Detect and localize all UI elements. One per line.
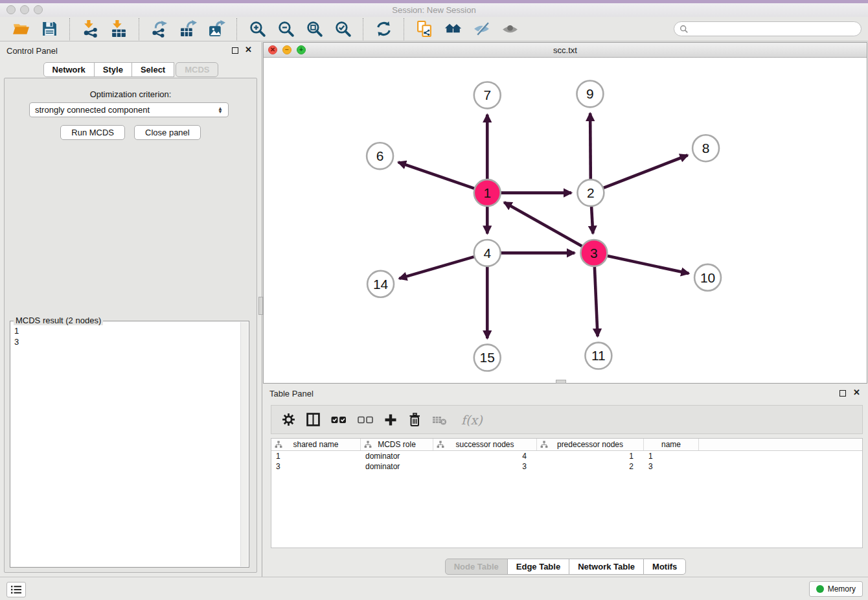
table-settings-gear-icon[interactable] bbox=[282, 413, 295, 426]
graph-node-14[interactable]: 14 bbox=[367, 271, 394, 297]
table-toolbar: f(x) bbox=[271, 405, 863, 434]
column-header-MCDS-role[interactable]: MCDS role bbox=[361, 439, 433, 450]
function-builder-icon-disabled: f(x) bbox=[459, 413, 483, 427]
refresh-icon[interactable] bbox=[374, 19, 393, 39]
graph-node-6[interactable]: 6 bbox=[367, 143, 393, 169]
tab-style[interactable]: Style bbox=[94, 62, 132, 77]
sort-column-icon bbox=[275, 441, 282, 448]
graph-edge-2-3[interactable] bbox=[591, 205, 593, 234]
graph-node-10[interactable]: 10 bbox=[694, 264, 721, 291]
graph-node-7[interactable]: 7 bbox=[474, 82, 501, 108]
network-canvas[interactable]: 1234678910111415 bbox=[264, 58, 867, 383]
graph-node-9[interactable]: 9 bbox=[577, 80, 603, 107]
graph-node-label: 8 bbox=[702, 141, 710, 156]
graph-edge-3-10[interactable] bbox=[605, 255, 689, 273]
import-table-icon[interactable] bbox=[109, 19, 128, 39]
unselect-all-columns-icon[interactable] bbox=[358, 415, 373, 425]
select-stepper-icon: ▲▼ bbox=[218, 107, 223, 113]
show-column-panel-icon[interactable] bbox=[306, 413, 320, 426]
graph-node-1[interactable]: 1 bbox=[474, 179, 501, 206]
export-image-icon[interactable] bbox=[207, 19, 226, 39]
cell-predecessor-nodes: 2 bbox=[537, 461, 644, 472]
delete-table-icon-disabled bbox=[432, 414, 448, 426]
run-mcds-button[interactable]: Run MCDS bbox=[60, 125, 125, 140]
graph-node-label: 2 bbox=[587, 185, 595, 200]
table-row[interactable]: 1dominator411 bbox=[271, 451, 862, 461]
open-file-icon[interactable] bbox=[11, 19, 30, 39]
create-new-column-icon[interactable] bbox=[384, 413, 397, 426]
column-header-predecessor-nodes[interactable]: predecessor nodes bbox=[537, 439, 644, 450]
network-window-title: scc.txt bbox=[264, 43, 867, 58]
select-all-columns-icon[interactable] bbox=[331, 415, 347, 425]
table-panel-tabs: Node Table Edge Table Network Table Moti… bbox=[263, 559, 868, 575]
show-all-icon[interactable] bbox=[500, 19, 520, 39]
tab-node-table[interactable]: Node Table bbox=[445, 559, 508, 575]
zoom-out-icon[interactable] bbox=[276, 19, 295, 39]
export-network-icon[interactable] bbox=[150, 19, 169, 39]
graph-node-11[interactable]: 11 bbox=[585, 343, 611, 369]
graph-edge-4-14[interactable] bbox=[399, 256, 476, 279]
tab-select[interactable]: Select bbox=[131, 62, 174, 77]
result-scrollbar-track[interactable] bbox=[240, 322, 248, 566]
tab-motifs[interactable]: Motifs bbox=[643, 559, 686, 575]
table-row[interactable]: 3dominator323 bbox=[271, 461, 862, 472]
graph-edge-2-9[interactable] bbox=[590, 113, 591, 181]
close-panel-icon[interactable]: ✕ bbox=[853, 388, 860, 397]
tab-edge-table[interactable]: Edge Table bbox=[507, 559, 569, 575]
tab-mcds[interactable]: MCDS bbox=[176, 62, 218, 77]
main-toolbar bbox=[0, 17, 868, 41]
graph-node-label: 15 bbox=[480, 350, 495, 365]
column-header-successor-nodes[interactable]: successor nodes bbox=[433, 439, 537, 450]
graph-edge-3-11[interactable] bbox=[595, 264, 598, 336]
mcds-result-line: 1 bbox=[14, 325, 238, 336]
table-panel: Table Panel ✕ bbox=[263, 385, 868, 577]
zoom-fit-icon[interactable] bbox=[304, 19, 324, 39]
tab-network-table[interactable]: Network Table bbox=[569, 559, 644, 575]
search-field[interactable] bbox=[674, 21, 862, 36]
column-header-shared-name[interactable]: shared name bbox=[271, 439, 361, 450]
close-panel-icon[interactable]: ✕ bbox=[245, 45, 252, 54]
column-header-name[interactable]: name bbox=[644, 439, 699, 450]
graph-node-3[interactable]: 3 bbox=[580, 240, 607, 266]
search-input[interactable] bbox=[692, 25, 856, 34]
network-view-window: ✕ − + scc.txt 1234678910111415 bbox=[263, 42, 867, 384]
task-history-button[interactable] bbox=[6, 582, 26, 597]
graph-node-label: 9 bbox=[586, 86, 594, 101]
graph-node-15[interactable]: 15 bbox=[474, 345, 501, 371]
float-panel-icon[interactable] bbox=[839, 390, 846, 397]
hide-selected-icon[interactable] bbox=[472, 19, 491, 39]
mcds-result-line: 3 bbox=[14, 336, 238, 347]
tab-network[interactable]: Network bbox=[43, 62, 95, 77]
zoom-selected-icon[interactable] bbox=[333, 19, 352, 39]
optimization-criterion-select[interactable]: strongly connected component ▲▼ bbox=[29, 102, 229, 117]
horizontal-splitter-handle[interactable] bbox=[556, 380, 566, 384]
network-window-titlebar[interactable]: ✕ − + scc.txt bbox=[264, 43, 867, 58]
status-bar: Memory bbox=[0, 577, 868, 600]
cell-shared-name: 1 bbox=[271, 451, 361, 461]
table-panel-title: Table Panel bbox=[269, 389, 314, 398]
graph-edge-1-6[interactable] bbox=[398, 162, 476, 189]
new-network-from-selection-icon[interactable] bbox=[415, 19, 434, 39]
graph-node-8[interactable]: 8 bbox=[692, 135, 719, 161]
graph-edge-3-1[interactable] bbox=[504, 202, 584, 247]
vertical-splitter-handle[interactable] bbox=[258, 297, 263, 315]
node-table: shared nameMCDS rolesuccessor nodesprede… bbox=[271, 438, 863, 548]
save-session-icon[interactable] bbox=[40, 19, 59, 39]
graph-node-2[interactable]: 2 bbox=[577, 179, 604, 206]
app-titlebar: Session: New Session bbox=[0, 0, 868, 17]
delete-columns-trash-icon[interactable] bbox=[408, 413, 421, 427]
graph-edge-2-8[interactable] bbox=[602, 156, 688, 189]
zoom-in-icon[interactable] bbox=[247, 19, 267, 39]
control-panel-tabs: Network Style Select MCDS bbox=[0, 62, 262, 77]
memory-button[interactable]: Memory bbox=[809, 581, 863, 597]
graph-node-4[interactable]: 4 bbox=[474, 240, 501, 266]
optimization-criterion-value: strongly connected component bbox=[35, 105, 150, 115]
apply-preferred-layout-icon[interactable] bbox=[443, 19, 463, 39]
export-table-icon[interactable] bbox=[178, 19, 198, 39]
network-graph: 1234678910111415 bbox=[264, 58, 867, 383]
close-panel-button[interactable]: Close panel bbox=[134, 125, 201, 140]
control-panel: Control Panel ✕ Network Style Select MCD… bbox=[0, 42, 262, 577]
import-network-icon[interactable] bbox=[80, 19, 100, 39]
toolbar-separator bbox=[69, 18, 70, 40]
float-panel-icon[interactable] bbox=[232, 47, 238, 54]
